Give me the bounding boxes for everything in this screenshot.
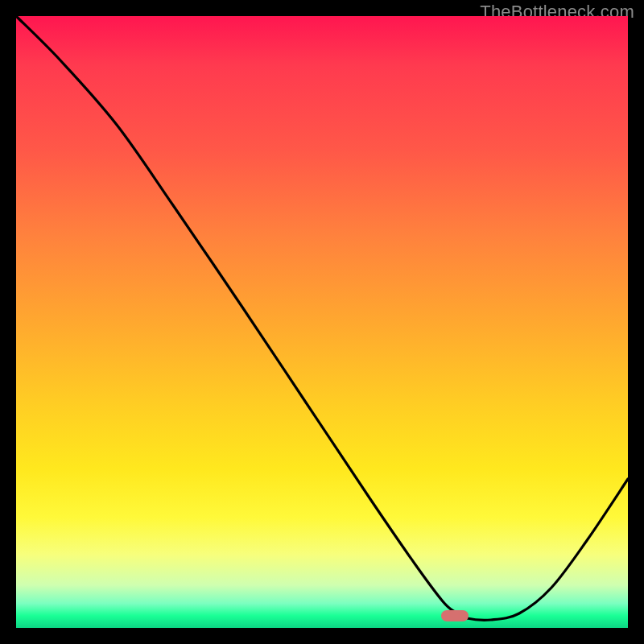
optimal-point-marker	[441, 610, 469, 621]
bottleneck-curve	[16, 16, 628, 628]
chart-frame: TheBottleneck.com	[0, 0, 644, 644]
plot-area	[16, 16, 628, 628]
